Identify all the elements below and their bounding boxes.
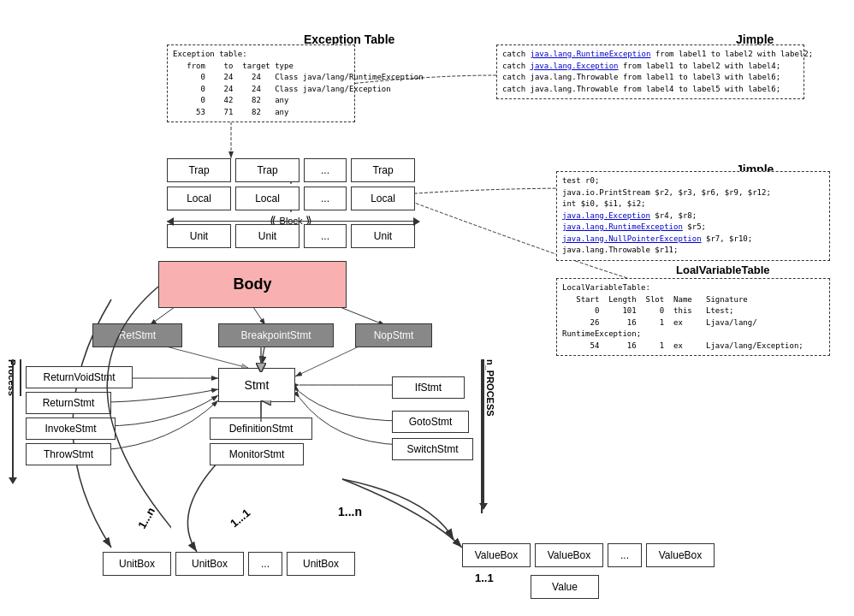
- process-label: Process: [7, 359, 21, 396]
- jimple-code-1: catch java.lang.RuntimeException from la…: [496, 44, 804, 99]
- unit-box-n: Unit: [351, 224, 415, 248]
- invoke-stmt-box: InvokeStmt: [26, 418, 116, 440]
- cardinality-1n-left: 1...n: [135, 505, 157, 530]
- unit-box-2: Unit: [235, 224, 299, 248]
- local-box-1: Local: [167, 187, 231, 210]
- block-arrow-left: [167, 217, 174, 226]
- breakpoint-stmt-box: BreakpointStmt: [218, 323, 334, 347]
- cardinality-11: 1...1: [228, 506, 252, 530]
- trap-ellipsis: ...: [304, 158, 347, 182]
- value-box-ellipsis: ...: [608, 543, 642, 567]
- unit-box-ellipsis: ...: [248, 552, 282, 576]
- trap-box-n: Trap: [351, 158, 415, 182]
- jimple-code-2: test r0; java.io.PrintStream $r2, $r3, $…: [556, 171, 830, 261]
- unit-ellipsis: ...: [304, 224, 347, 248]
- return-void-stmt-box: ReturnVoidStmt: [26, 366, 133, 388]
- trap-box-2: Trap: [235, 158, 299, 182]
- cardinality-1n-bottom: 1...n: [338, 505, 362, 518]
- block-arrow-line: [167, 221, 415, 222]
- local-ellipsis: ...: [304, 187, 347, 210]
- ret-stmt-box: RetStmt: [92, 323, 182, 347]
- block-arrow-right: [413, 217, 420, 226]
- stmt-box: Stmt: [218, 368, 295, 402]
- diagram-container: Exception Table Exception table: from to…: [0, 0, 854, 616]
- switch-stmt-box: SwitchStmt: [392, 438, 473, 460]
- cardinality-11-bottom: 1..1: [475, 572, 494, 584]
- exception-table-text: Exception table: from to target type 0 2…: [173, 50, 424, 116]
- n-process-arrow-head: [479, 503, 488, 510]
- definition-stmt-box: DefinitionStmt: [210, 418, 312, 440]
- process-arrow-head: [9, 477, 17, 484]
- unit-box-row-2: UnitBox: [175, 552, 244, 576]
- process-arrow-line: [12, 359, 14, 479]
- value-box-row-2: ValueBox: [535, 543, 603, 567]
- unit-box-1: Unit: [167, 224, 231, 248]
- jimple-text-1: catch java.lang.RuntimeException from la…: [502, 50, 813, 93]
- return-stmt-box: ReturnStmt: [26, 392, 111, 414]
- local-variable-table-code: LocalVariableTable: Start Length Slot Na…: [556, 278, 830, 356]
- nop-stmt-box: NopStmt: [355, 323, 432, 347]
- if-stmt-box: IfStmt: [392, 376, 465, 399]
- throw-stmt-box: ThrowStmt: [26, 443, 111, 465]
- local-box-n: Local: [351, 187, 415, 210]
- local-variable-table-label: LoalVariableTable: [676, 264, 770, 276]
- body-box: Body: [158, 261, 347, 308]
- n-process-arrow-line: [483, 359, 484, 505]
- trap-box-1: Trap: [167, 158, 231, 182]
- exception-table-code: Exception table: from to target type 0 2…: [167, 44, 355, 122]
- value-box: Value: [531, 575, 599, 599]
- value-box-row-1: ValueBox: [462, 543, 531, 567]
- monitor-stmt-box: MonitorStmt: [210, 443, 304, 465]
- goto-stmt-box: GotoStmt: [392, 411, 469, 433]
- local-box-2: Local: [235, 187, 299, 210]
- unit-box-row-1: UnitBox: [103, 552, 171, 576]
- unit-box-row-n: UnitBox: [287, 552, 355, 576]
- value-box-row-n: ValueBox: [646, 543, 715, 567]
